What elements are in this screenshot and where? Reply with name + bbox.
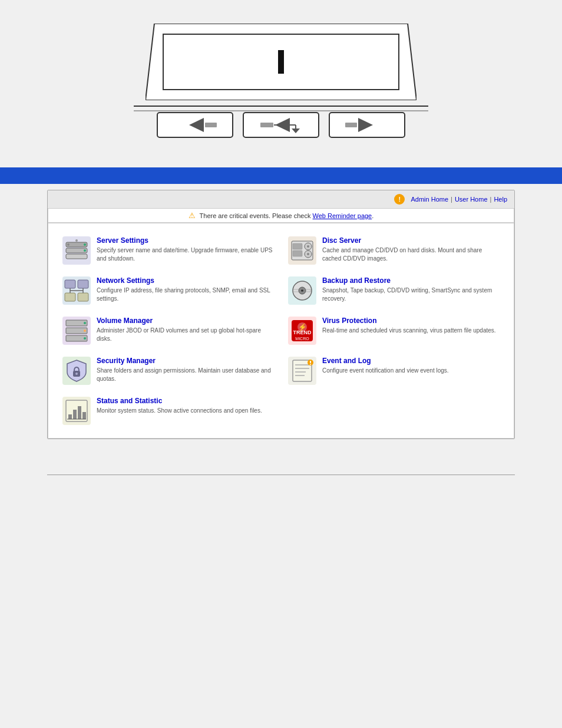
event-log-text: Event and Log Configure event notificati… [322,357,500,375]
network-settings-text: Network Settings Configure IP address, f… [97,276,274,303]
svg-point-47 [84,337,86,340]
svg-point-22 [67,243,70,246]
warning-bar: ⚠ There are critical events. Please chec… [48,209,514,223]
sep2: | [490,196,492,203]
menu-item-backup-restore[interactable]: Backup and Restore Snapshot, Tape backup… [281,271,507,311]
virus-protection-icon: TREND MICRO ⚡ [288,317,316,345]
server-settings-desc: Specify server name and date/time. Upgra… [97,246,274,263]
chassis-svg [146,24,416,100]
svg-rect-33 [65,293,75,301]
svg-rect-16 [345,123,357,127]
svg-rect-34 [78,293,88,301]
menu-grid: Server Settings Specify server name and … [55,230,507,431]
bay-1-svg [157,112,233,138]
server-settings-title[interactable]: Server Settings [97,236,274,245]
svg-rect-19 [66,254,87,259]
menu-item-network-settings[interactable]: Network Settings Configure IP address, f… [55,271,281,311]
event-log-desc: Configure event notification and view ev… [322,367,500,375]
svg-rect-25 [293,243,302,249]
menu-item-volume-manager[interactable]: Volume Manager Administer JBOD or RAID v… [55,311,281,351]
svg-point-30 [307,253,309,255]
web-ui-panel: ! Admin Home | User Home | Help ⚠ There … [47,190,515,439]
status-statistic-title[interactable]: Status and Statistic [97,397,274,405]
security-manager-icon [62,357,91,385]
svg-point-40 [301,289,303,292]
svg-rect-2 [278,50,284,74]
event-log-icon [288,357,316,385]
svg-point-21 [84,249,86,252]
warn-icon: ⚠ [189,211,196,220]
menu-item-event-log[interactable]: Event and Log Configure event notificati… [281,351,507,391]
security-manager-text: Security Manager Share folders and assig… [97,357,274,383]
svg-text:MICRO: MICRO [295,337,309,341]
volume-manager-title[interactable]: Volume Manager [97,317,274,325]
disc-server-desc: Cache and manage CD/DVD on hard disks. M… [322,246,500,263]
status-statistic-text: Status and Statistic Monitor system stat… [97,397,274,415]
status-statistic-desc: Monitor system status. Show active conne… [97,407,274,415]
network-settings-title[interactable]: Network Settings [97,276,274,285]
bottom-divider [47,475,515,475]
svg-point-54 [75,373,78,375]
svg-point-46 [84,330,86,332]
chassis-lines-svg [134,103,428,112]
svg-point-20 [84,243,86,246]
security-manager-desc: Share folders and assign permissions. Ma… [97,367,274,383]
svg-text:⚡: ⚡ [298,322,307,331]
backup-restore-desc: Snapshot, Tape backup, CD/DVD writing, S… [322,286,500,303]
virus-protection-text: Virus Protection Real-time and scheduled… [322,317,500,335]
server-settings-icon [62,236,91,265]
menu-item-disc-server[interactable]: Disc Server Cache and manage CD/DVD on h… [281,230,507,271]
network-settings-desc: Configure IP address, file sharing proto… [97,286,274,303]
sep1: | [451,196,452,203]
web-ui-section: ! Admin Home | User Home | Help ⚠ There … [0,184,562,457]
blue-banner [0,167,562,184]
disc-server-text: Disc Server Cache and manage CD/DVD on h… [322,236,500,263]
bottom-area [0,457,562,487]
volume-manager-icon [62,317,91,345]
svg-rect-64 [68,414,72,419]
svg-rect-62 [310,364,311,365]
main-content: Server Settings Specify server name and … [48,223,514,439]
svg-rect-10 [260,123,273,127]
svg-point-28 [307,245,309,248]
device-illustration [0,0,562,167]
topbar-links: Admin Home | User Home | Help [411,196,507,203]
virus-protection-title[interactable]: Virus Protection [322,317,500,325]
svg-rect-32 [78,280,88,288]
warning-icon: ! [394,194,405,205]
menu-item-virus-protection[interactable]: TREND MICRO ⚡ Virus Protection Real-time… [281,311,507,351]
volume-manager-desc: Administer JBOD or RAID volumes and set … [97,327,274,343]
status-statistic-icon [62,397,91,425]
svg-point-45 [84,322,86,324]
menu-item-server-settings[interactable]: Server Settings Specify server name and … [55,230,281,271]
menu-item-status-statistic[interactable]: Status and Statistic Monitor system stat… [55,391,281,431]
svg-rect-65 [73,410,77,419]
disc-server-icon [288,236,316,265]
backup-restore-title[interactable]: Backup and Restore [322,276,500,285]
empty-cell [281,391,507,431]
server-settings-text: Server Settings Specify server name and … [97,236,274,263]
bay-2-svg [243,112,319,138]
security-manager-title[interactable]: Security Manager [97,357,274,365]
user-home-link[interactable]: User Home [455,196,488,203]
svg-rect-7 [205,123,217,127]
web-reminder-link[interactable]: Web Reminder page [313,212,372,219]
bay-3-svg [329,112,405,138]
drive-bays [157,112,405,138]
svg-rect-66 [78,406,81,419]
svg-rect-31 [65,280,75,288]
virus-protection-desc: Real-time and scheduled virus scanning, … [322,327,500,335]
admin-home-link[interactable]: Admin Home [411,196,448,203]
backup-restore-icon [288,276,316,305]
svg-point-23 [75,239,78,242]
svg-rect-61 [310,361,311,363]
disc-server-title[interactable]: Disc Server [322,236,500,245]
backup-restore-text: Backup and Restore Snapshot, Tape backup… [322,276,500,303]
svg-rect-26 [293,251,302,256]
topbar: ! Admin Home | User Home | Help [48,190,514,209]
menu-item-security-manager[interactable]: Security Manager Share folders and assig… [55,351,281,391]
event-log-title[interactable]: Event and Log [322,357,500,365]
warning-text: There are critical events. Please check … [200,212,374,219]
volume-manager-text: Volume Manager Administer JBOD or RAID v… [97,317,274,343]
help-link[interactable]: Help [494,196,507,203]
